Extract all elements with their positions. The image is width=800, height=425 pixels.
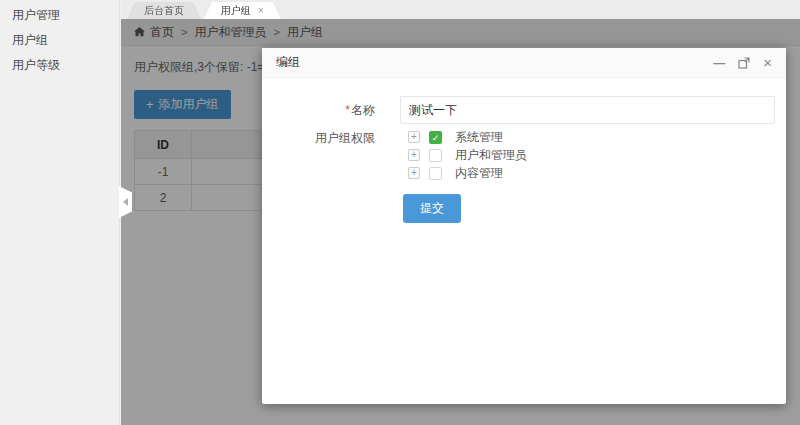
submit-row: 提交	[403, 194, 786, 223]
chevron-left-icon	[123, 198, 128, 206]
tree-label-content[interactable]: 内容管理	[455, 165, 503, 182]
modal-title: 编组	[276, 54, 300, 71]
edit-group-modal: 编组 — × *名称 用户组权限	[262, 48, 786, 404]
modal-body: *名称 用户组权限 + ✓ 系统管理 + ✓	[262, 78, 786, 223]
tree-item-content[interactable]: + ✓ 内容管理	[408, 166, 527, 180]
admin-page: 用户管理 用户组 用户等级 后台首页 用户组 × 首页 > 用	[0, 0, 800, 425]
checkbox-users-admins[interactable]: ✓	[429, 149, 442, 162]
tab-user-group[interactable]: 用户组 ×	[204, 2, 281, 19]
name-label: *名称	[262, 96, 388, 124]
modal-header: 编组 — ×	[262, 48, 786, 78]
required-asterisk: *	[345, 103, 350, 117]
tab-close-icon[interactable]: ×	[258, 2, 264, 19]
sidebar-item-user-management[interactable]: 用户管理	[0, 3, 119, 28]
close-icon[interactable]: ×	[763, 55, 772, 70]
maximize-icon[interactable]	[738, 57, 750, 69]
sidebar-item-user-group[interactable]: 用户组	[0, 28, 119, 53]
tree-label-users-admins[interactable]: 用户和管理员	[455, 147, 527, 164]
permission-tree: + ✓ 系统管理 + ✓ 用户和管理员 + ✓ 内容管理	[408, 130, 527, 184]
name-input[interactable]	[400, 96, 775, 124]
checkbox-system-checked[interactable]: ✓	[429, 131, 442, 144]
modal-window-controls: — ×	[713, 55, 772, 70]
permissions-form-row: 用户组权限 + ✓ 系统管理 + ✓ 用户和管理员	[262, 130, 786, 184]
minimize-icon[interactable]: —	[713, 57, 725, 69]
checkbox-content[interactable]: ✓	[429, 167, 442, 180]
tab-dashboard[interactable]: 后台首页	[127, 2, 201, 19]
tree-item-system[interactable]: + ✓ 系统管理	[408, 130, 527, 144]
name-label-text: 名称	[351, 103, 375, 117]
expand-icon[interactable]: +	[408, 149, 420, 161]
tab-bar: 后台首页 用户组 ×	[121, 0, 800, 19]
sidebar-item-user-level[interactable]: 用户等级	[0, 53, 119, 78]
expand-icon[interactable]: +	[408, 167, 420, 179]
name-form-row: *名称	[262, 96, 786, 124]
tree-item-users-admins[interactable]: + ✓ 用户和管理员	[408, 148, 527, 162]
check-icon: ✓	[432, 133, 440, 143]
tab-label: 用户组	[221, 2, 251, 19]
submit-button[interactable]: 提交	[403, 194, 461, 223]
permissions-label: 用户组权限	[262, 130, 388, 184]
tree-label-system[interactable]: 系统管理	[455, 129, 503, 146]
sidebar: 用户管理 用户组 用户等级	[0, 0, 120, 425]
expand-icon[interactable]: +	[408, 131, 420, 143]
tab-label: 后台首页	[144, 2, 184, 19]
main-area: 后台首页 用户组 × 首页 > 用户和管理员 > 用户组 用户权限组,3个保留:…	[121, 0, 800, 425]
